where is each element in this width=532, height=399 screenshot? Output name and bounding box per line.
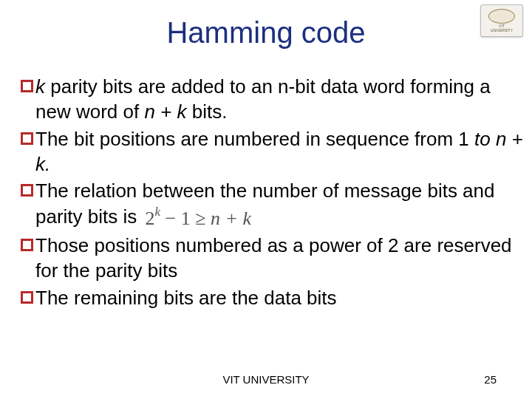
bullet-square-icon xyxy=(21,184,33,197)
b2-t1: The bit positions are numbered in sequen… xyxy=(35,128,474,150)
bullet-1: k parity bits are added to an n-bit data… xyxy=(21,74,525,125)
bullet-1-text: k parity bits are added to an n-bit data… xyxy=(35,74,525,125)
logo-text-2: UNIVERSITY xyxy=(491,29,513,33)
formula-hamming: 2k − 1 ≥ n + k xyxy=(143,204,255,231)
b3-t1: The relation between the number of messa… xyxy=(35,180,495,227)
university-logo: VIT UNIVERSITY xyxy=(480,4,523,37)
logo-seal-icon xyxy=(488,9,515,24)
bullet-5: The remaining bits are the data bits xyxy=(21,285,525,310)
bullet-square-icon xyxy=(21,80,33,92)
var-npk: n + k xyxy=(144,100,186,123)
f-mid: − 1 ≥ xyxy=(160,208,211,229)
page-number: 25 xyxy=(484,373,497,386)
bullet-square-icon xyxy=(21,132,33,145)
var-k: k xyxy=(35,75,45,98)
bullet-2-text: The bit positions are numbered in sequen… xyxy=(35,126,525,177)
bullet-5-text: The remaining bits are the data bits xyxy=(35,285,525,310)
slide: VIT UNIVERSITY Hamming code k parity bit… xyxy=(0,0,532,399)
bullet-4-text: Those positions numbered as a power of 2… xyxy=(35,233,525,284)
slide-title: Hamming code xyxy=(0,0,532,50)
bullet-4: Those positions numbered as a power of 2… xyxy=(21,233,525,284)
f-base: 2 xyxy=(146,208,155,229)
bullet-square-icon xyxy=(21,239,33,251)
bullet-3: The relation between the number of messa… xyxy=(21,178,525,231)
b1-t2: bits. xyxy=(187,100,228,123)
slide-content: k parity bits are added to an n-bit data… xyxy=(21,74,525,312)
bullet-square-icon xyxy=(21,291,33,304)
bullet-3-text: The relation between the number of messa… xyxy=(35,178,525,231)
b1-t1: parity bits are added to an n-bit data w… xyxy=(35,75,491,123)
f-rhs: n + k xyxy=(211,208,251,229)
footer-university: VIT UNIVERSITY xyxy=(0,373,532,386)
bullet-2: The bit positions are numbered in sequen… xyxy=(21,126,525,177)
f-exp: k xyxy=(155,205,161,219)
